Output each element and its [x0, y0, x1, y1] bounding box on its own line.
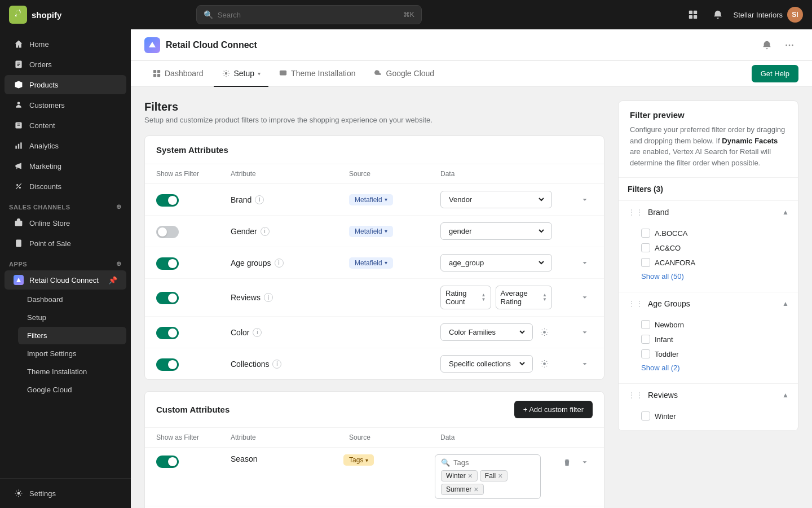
sales-channels-expand-icon[interactable]: ⊕ — [116, 203, 122, 211]
filter-group-brand-header[interactable]: ⋮⋮ Brand ▲ — [619, 201, 798, 224]
sidebar-item-pos[interactable]: Point of Sale — [5, 234, 126, 253]
age-data-select[interactable]: age_group — [440, 254, 552, 271]
age-expand-btn[interactable] — [577, 255, 593, 271]
color-data-dropdown[interactable]: Color Families — [447, 327, 527, 337]
reviews-rating-count-select[interactable]: Rating Count ▲ ▼ — [440, 286, 491, 309]
sidebar-item-settings[interactable]: Settings — [5, 484, 126, 503]
brand-acanfora-checkbox[interactable] — [641, 258, 650, 267]
apps-icon-btn[interactable] — [684, 6, 702, 24]
search-bar[interactable]: 🔍 ⌘K — [196, 5, 422, 24]
gender-data-select[interactable]: gender — [440, 222, 552, 240]
brand-show-all-link[interactable]: Show all (50) — [641, 270, 789, 285]
sidebar-item-home[interactable]: Home — [5, 34, 126, 54]
color-data-select[interactable]: Color Families — [440, 323, 533, 341]
season-expand-btn[interactable] — [577, 454, 593, 470]
tab-google-cloud[interactable]: Google Cloud — [366, 61, 443, 87]
remove-fall-tag-btn[interactable]: × — [498, 472, 502, 480]
bell-icon-btn[interactable] — [758, 36, 776, 54]
apps-expand-icon[interactable]: ⊕ — [116, 260, 122, 268]
age-data-dropdown[interactable]: age_group — [447, 258, 546, 268]
brand-abocca-checkbox[interactable] — [641, 229, 650, 238]
brand-expand-btn[interactable] — [577, 192, 593, 208]
collections-data-select[interactable]: Specific collections — [440, 355, 533, 373]
tab-setup[interactable]: Setup ▾ — [214, 61, 269, 87]
sidebar-item-marketing[interactable]: Marketing — [5, 156, 126, 176]
more-options-btn[interactable] — [780, 36, 798, 54]
sidebar-item-content[interactable]: Content — [5, 116, 126, 135]
reviews-toggle[interactable] — [156, 292, 179, 304]
collections-info-icon[interactable]: i — [272, 360, 281, 369]
sidebar-item-discounts[interactable]: Discounts — [5, 177, 126, 196]
reviews-info-icon[interactable]: i — [264, 293, 273, 302]
rating-count-down-icon[interactable]: ▼ — [482, 297, 486, 302]
season-source-badge[interactable]: Tags ▾ — [343, 454, 374, 466]
color-gear-btn[interactable] — [536, 325, 552, 340]
age-source-badge[interactable]: Metafield ▾ — [349, 257, 393, 269]
color-toggle[interactable] — [156, 327, 179, 339]
season-delete-btn[interactable] — [559, 454, 575, 470]
reviews-avg-rating-select[interactable]: Average Rating ▲ ▼ — [496, 286, 552, 309]
remove-summer-tag-btn[interactable]: × — [474, 485, 478, 493]
reviews-winter-checkbox[interactable] — [641, 411, 650, 421]
sidebar-item-online-store[interactable]: Online Store — [5, 213, 126, 233]
color-info-icon[interactable]: i — [253, 328, 262, 337]
sidebar-item-app-theme-installation[interactable]: Theme Installation — [18, 363, 126, 380]
collections-toggle[interactable] — [156, 358, 179, 371]
reviews-group-chevron-icon[interactable]: ▲ — [782, 391, 789, 399]
age-group-chevron-icon[interactable]: ▲ — [782, 300, 789, 308]
collections-expand-btn[interactable] — [577, 356, 593, 372]
age-toddler-checkbox[interactable] — [641, 349, 650, 358]
notifications-icon-btn[interactable] — [709, 6, 727, 24]
season-toggle[interactable] — [156, 456, 179, 468]
tab-dashboard[interactable]: Dashboard — [144, 61, 211, 87]
sidebar-item-analytics[interactable]: Analytics — [5, 136, 126, 155]
brand-data-dropdown[interactable]: Vendor Metafield Tag — [447, 195, 546, 204]
orders-icon — [14, 59, 24, 69]
svg-point-30 — [224, 72, 227, 75]
season-tags-input[interactable] — [453, 458, 535, 467]
sidebar-item-products[interactable]: Products — [5, 75, 126, 94]
sidebar-item-orders[interactable]: Orders — [5, 55, 126, 74]
age-show-all-link[interactable]: Show all (2) — [641, 361, 789, 376]
remove-winter-tag-btn[interactable]: × — [468, 472, 473, 480]
sidebar-item-app-setup[interactable]: Setup — [18, 309, 126, 326]
sidebar-item-customers[interactable]: Customers — [5, 95, 126, 115]
gender-toggle[interactable] — [156, 226, 179, 238]
gender-source-badge[interactable]: Metafield ▾ — [349, 226, 393, 237]
reviews-drag-handle-icon[interactable]: ⋮⋮ — [628, 391, 643, 400]
brand-info-icon[interactable]: i — [255, 195, 264, 204]
sidebar-item-retail-cloud-connect[interactable]: Retail Cloud Connect 📌 — [5, 270, 126, 290]
discounts-icon — [14, 181, 24, 191]
age-toggle[interactable] — [156, 257, 179, 270]
brand-acandco-checkbox[interactable] — [641, 243, 650, 252]
tab-theme-installation[interactable]: Theme Installation — [271, 61, 363, 87]
gender-info-icon[interactable]: i — [261, 227, 270, 236]
get-help-button[interactable]: Get Help — [752, 65, 798, 82]
age-drag-handle-icon[interactable]: ⋮⋮ — [628, 299, 643, 308]
col-source: Source — [349, 170, 434, 178]
collections-data-dropdown[interactable]: Specific collections — [447, 359, 527, 369]
filter-group-age-header[interactable]: ⋮⋮ Age Groups ▲ — [619, 292, 798, 315]
color-expand-btn[interactable] — [577, 325, 593, 340]
age-info-icon[interactable]: i — [275, 259, 284, 268]
brand-data-select[interactable]: Vendor Metafield Tag — [440, 191, 552, 208]
analytics-icon — [14, 141, 24, 151]
add-custom-filter-btn[interactable]: + Add custom filter — [514, 401, 593, 418]
brand-data-cell: Vendor Metafield Tag — [440, 191, 552, 208]
age-newborn-checkbox[interactable] — [641, 320, 650, 329]
age-infant-checkbox[interactable] — [641, 335, 650, 344]
sidebar-item-app-import-settings[interactable]: Import Settings — [18, 345, 126, 362]
brand-toggle[interactable] — [156, 194, 179, 207]
avg-rating-down-icon[interactable]: ▼ — [542, 297, 547, 302]
collections-gear-btn[interactable] — [536, 356, 552, 372]
sidebar-item-app-google-cloud[interactable]: Google Cloud — [18, 381, 126, 398]
brand-drag-handle-icon[interactable]: ⋮⋮ — [628, 208, 643, 217]
filter-group-reviews-header[interactable]: ⋮⋮ Reviews ▲ — [619, 384, 798, 406]
sidebar-item-app-dashboard[interactable]: Dashboard — [18, 291, 126, 308]
brand-source-badge[interactable]: Metafield ▾ — [349, 194, 393, 205]
reviews-expand-btn[interactable] — [577, 290, 593, 305]
gender-data-dropdown[interactable]: gender — [447, 226, 546, 236]
sidebar-item-app-filters[interactable]: Filters — [18, 327, 126, 344]
search-input[interactable] — [218, 11, 399, 19]
brand-group-chevron-icon[interactable]: ▲ — [782, 208, 789, 216]
